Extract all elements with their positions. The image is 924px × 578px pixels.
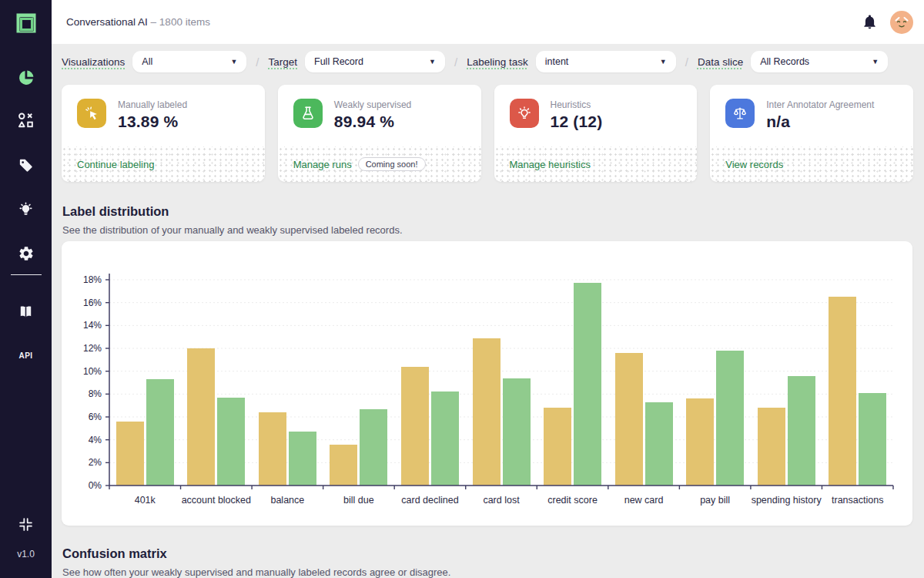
bar-manually-labeled-card-declined: [401, 367, 429, 486]
label-distribution-chart-card: 0%2%4%6%8%10%12%14%16%18%401kaccount blo…: [62, 241, 912, 526]
label-distribution-section-header: Label distribution See the distribution …: [62, 204, 403, 236]
target-dropdown[interactable]: Full Record ▼: [305, 51, 445, 72]
filter-bar: Visualizations All ▼ / Target Full Recor…: [62, 51, 913, 72]
shapes-icon: [17, 112, 35, 129]
y-tick-label: 18%: [83, 274, 102, 285]
y-tick-label: 10%: [83, 366, 102, 377]
section-subtitle: See the distribution of your manually an…: [62, 224, 403, 236]
filter-label-visualizations: Visualizations: [62, 56, 125, 68]
x-category-label: new card: [624, 495, 664, 506]
bar-manually-labeled-card-lost: [473, 338, 500, 486]
lightbulb-icon: [510, 99, 539, 128]
x-category-label: account blocked: [182, 495, 251, 506]
sidebar-item-api[interactable]: API: [0, 347, 52, 364]
gear-icon: [18, 245, 35, 262]
data-slice-dropdown[interactable]: All Records ▼: [751, 51, 888, 72]
user-avatar[interactable]: [890, 11, 913, 34]
x-category-label: card lost: [483, 495, 520, 506]
sidebar-item-settings[interactable]: [0, 244, 52, 264]
manage-heuristics-link[interactable]: Manage heuristics: [510, 159, 591, 170]
card-label: Weakly supervised: [334, 99, 412, 110]
project-title: Conversational AI – 1800 items: [66, 16, 210, 28]
item-count: 1800 items: [159, 16, 210, 28]
y-tick-label: 8%: [89, 388, 102, 399]
app-version: v1.0: [0, 546, 52, 563]
y-tick-label: 6%: [89, 412, 102, 422]
bar-weakly-supervised-account-blocked: [217, 398, 245, 486]
labeling-task-dropdown[interactable]: intent ▼: [536, 51, 676, 72]
continue-labeling-link[interactable]: Continue labeling: [77, 159, 154, 170]
card-inter-annotator: Inter Annotator Agreement n/a View recor…: [710, 85, 913, 182]
view-records-link[interactable]: View records: [725, 159, 783, 170]
x-category-label: card declined: [401, 495, 458, 506]
confusion-matrix-section-header: Confusion matrix See how often your weak…: [62, 546, 450, 578]
sidebar-item-data-browser[interactable]: [0, 110, 52, 130]
bar-manually-labeled-bill-due: [330, 445, 357, 486]
visualizations-dropdown[interactable]: All ▼: [132, 51, 246, 72]
chevron-down-icon: ▼: [230, 58, 237, 66]
manage-runs-link[interactable]: Manage runs: [293, 159, 352, 170]
x-category-label: transactions: [832, 495, 883, 506]
bar-weakly-supervised-credit-score: [574, 283, 601, 486]
y-tick-label: 16%: [83, 297, 102, 308]
coming-soon-badge: Coming soon!: [358, 157, 426, 171]
x-category-label: bill due: [343, 495, 374, 506]
y-tick-label: 0%: [89, 480, 102, 491]
y-tick-label: 4%: [89, 435, 102, 445]
sidebar-item-docs[interactable]: [0, 301, 52, 321]
pie-chart-icon: [17, 69, 35, 87]
labeling-task-value: intent: [545, 56, 569, 67]
bar-manually-labeled-new-card: [615, 353, 643, 486]
filter-separator: /: [254, 55, 260, 69]
bar-weakly-supervised-balance: [289, 432, 316, 486]
sidebar-collapse-button[interactable]: [0, 514, 52, 534]
x-category-label: balance: [270, 495, 304, 506]
book-icon: [17, 303, 35, 321]
y-tick-label: 2%: [89, 457, 102, 468]
bar-manually-labeled-account-blocked: [187, 348, 215, 486]
target-value: Full Record: [314, 56, 363, 67]
stat-cards-row: Manually labeled 13.89 % Continue labeli…: [62, 85, 913, 182]
bar-weakly-supervised-new-card: [645, 402, 673, 486]
bell-icon: [862, 14, 878, 30]
card-weakly-supervised: Weakly supervised 89.94 % Manage runs Co…: [278, 85, 481, 182]
filter-label-labeling-task: Labeling task: [467, 56, 528, 68]
card-label: Manually labeled: [118, 99, 187, 110]
sidebar-item-heuristics[interactable]: [0, 199, 52, 219]
card-label: Inter Annotator Agreement: [766, 99, 874, 110]
chevron-down-icon: ▼: [872, 58, 879, 66]
lightbulb-icon: [17, 200, 35, 218]
avatar-face-icon: [890, 11, 913, 34]
sidebar: API v1.0: [0, 0, 52, 578]
notifications-button[interactable]: [862, 14, 878, 30]
filter-separator: /: [453, 55, 459, 69]
card-value: 13.89 %: [118, 113, 187, 131]
bar-manually-labeled-spending-history: [758, 408, 785, 486]
bar-weakly-supervised-bill-due: [360, 409, 387, 486]
cursor-click-icon: [77, 99, 106, 128]
sidebar-item-labeling[interactable]: [0, 155, 52, 175]
chevron-down-icon: ▼: [429, 58, 436, 66]
card-label: Heuristics: [551, 99, 603, 110]
y-tick-label: 12%: [83, 343, 102, 354]
bar-manually-labeled-transactions: [829, 297, 856, 486]
sidebar-item-overview[interactable]: [0, 68, 52, 88]
flask-icon: [293, 99, 323, 128]
tag-icon: [17, 156, 35, 174]
section-title: Label distribution: [62, 204, 403, 219]
project-name: Conversational AI: [66, 16, 148, 28]
scales-icon: [725, 99, 755, 128]
card-footer: Continue labeling: [62, 146, 265, 182]
card-footer: View records: [710, 146, 913, 182]
x-category-label: spending history: [752, 495, 822, 506]
bar-manually-labeled-credit-score: [544, 408, 571, 486]
app-logo[interactable]: [0, 8, 52, 42]
visualizations-value: All: [142, 56, 152, 67]
filter-label-target: Target: [268, 56, 297, 68]
bar-manually-labeled-balance: [259, 412, 286, 486]
y-tick-label: 14%: [83, 320, 102, 331]
chevron-down-icon: ▼: [660, 58, 667, 66]
topbar: Conversational AI – 1800 items: [52, 0, 924, 44]
data-slice-value: All Records: [760, 56, 809, 67]
card-manually-labeled: Manually labeled 13.89 % Continue labeli…: [62, 85, 265, 182]
